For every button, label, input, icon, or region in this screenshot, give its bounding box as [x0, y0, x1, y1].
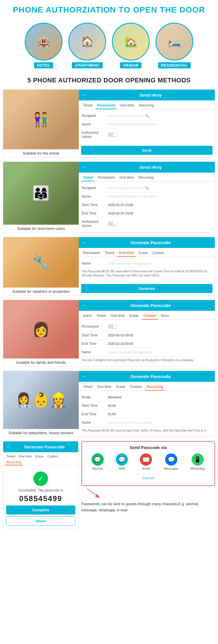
send-via-title: Send Passcode via — [85, 445, 211, 450]
value-name-1[interactable]: Please Enter a Name for this eKey — [108, 123, 212, 126]
method-image-2: 👨‍👩‍👧 — [3, 162, 79, 225]
cancel-button[interactable]: Cancel — [85, 474, 211, 482]
back-arrow-icon-5[interactable]: ← — [82, 373, 87, 379]
method-caption-1: Suitable for the owner — [3, 149, 79, 157]
app-title-4: Generate Passcode — [89, 303, 212, 308]
tab-recurring-1[interactable]: Recurring — [137, 102, 156, 109]
app-body-1: Recipient Enter Recipient's Account 🔍 Na… — [79, 109, 215, 143]
send-via-panel: Send Passcode via 💬 Wechat 💬 SMS ✉️ Emai… — [81, 441, 215, 486]
back-arrow-icon-1[interactable]: ← — [82, 92, 87, 98]
tab-erase-5[interactable]: Erase — [114, 384, 127, 391]
method-caption-4: Suitable for family and friends — [3, 359, 79, 366]
app-header-3: ← Generate Passcode — [79, 237, 215, 248]
bottom-description: Passwords can be sent to guests through … — [81, 501, 215, 513]
tab-erase-4[interactable]: Erase — [128, 313, 140, 320]
bottom-left: ← Generate Passcode Timed One-time Erase… — [3, 441, 78, 529]
tab-erase-bottom[interactable]: Erase — [34, 454, 45, 459]
tab-timed-4[interactable]: Timed — [94, 313, 108, 320]
categories-section: 🏨 HOTEL 🏠 APARTMENT 🏡 ARIBNB 🛏️ RESIDENT… — [0, 17, 218, 71]
label-recipient-2: Recipient — [82, 186, 108, 190]
send-button-1[interactable]: Send — [81, 146, 212, 155]
value-name-2[interactable]: Please Enter a Name for this eKey — [108, 195, 212, 198]
tab-recu-4[interactable]: Recu — [159, 313, 171, 320]
back-arrow-icon-4[interactable]: ← — [82, 302, 87, 308]
tab-timed-1[interactable]: Timed — [81, 102, 94, 109]
passcode-ui: ← Generate Passcode Timed One-time Erase… — [3, 441, 78, 529]
wechat-label: Wechat — [92, 467, 103, 470]
label-starttime-2: Start Time — [82, 203, 108, 207]
description-5: This Passcode MUST BE used at least Once… — [82, 427, 212, 434]
email-icon: ✉️ — [140, 453, 152, 466]
app-title-3: Generate Passcode — [89, 240, 212, 245]
tab-onetime-2[interactable]: One-time — [118, 174, 135, 181]
send-via-sms[interactable]: 💬 SMS — [116, 453, 128, 470]
tab-onetime-3[interactable]: One-time — [117, 250, 136, 257]
tab-permanent-2[interactable]: Permanent — [96, 174, 117, 181]
tab-onetime-4[interactable]: One-time — [109, 313, 126, 320]
airbnb-label: ARIBNB — [120, 62, 142, 68]
label-endtime-4: End Time — [82, 342, 108, 346]
send-via-whatsapp[interactable]: 📱 WhatsApp — [190, 453, 205, 470]
label-admin-2: Authorized Admin — [82, 220, 108, 228]
toggle-admin-2[interactable] — [108, 221, 117, 226]
wechat-icon: 💬 — [92, 453, 104, 466]
send-via-email[interactable]: ✉️ Email — [140, 453, 152, 470]
passcode-tabs: Timed One-time Erase Custom Recurring — [3, 452, 78, 466]
tab-timed-3[interactable]: Timed — [103, 250, 116, 257]
complete-button[interactable]: Complete — [6, 505, 75, 515]
value-name-5[interactable]: Enter a name for this passcode — [108, 421, 212, 424]
page-title: PHONE AUTHORZIATION TO OPEN THE DOOR — [3, 5, 215, 15]
page-header: PHONE AUTHORZIATION TO OPEN THE DOOR — [0, 0, 218, 17]
value-starttime-2: 2020-02-02 23:06 — [108, 203, 212, 207]
back-arrow-icon-2[interactable]: ← — [82, 164, 87, 170]
toggle-admin-1[interactable] — [108, 132, 117, 137]
category-hotel: 🏨 HOTEL — [25, 23, 62, 68]
value-recipient-2[interactable]: Enter Recipient's Account 🔍 — [108, 186, 212, 190]
tab-onetime-5[interactable]: One-time — [95, 384, 113, 391]
row-recipient-2: Recipient Enter Recipient's Account 🔍 — [82, 184, 212, 192]
method-photo-4: 👩 Suitable for family and friends — [3, 300, 79, 366]
method-photo-3: 🔧 Suitable for repairers or properties — [3, 237, 79, 295]
label-name-4: Name — [82, 350, 108, 354]
tab-recurring-bottom[interactable]: Recurring — [5, 460, 23, 465]
app-body-4: Permanent Start Time 2020-02-03 00:00 En… — [79, 320, 215, 366]
tab-erase-3[interactable]: Erase — [137, 250, 149, 257]
share-button[interactable]: Share — [6, 516, 75, 526]
tab-anent-4[interactable]: anent — [81, 313, 93, 320]
tab-timed-bottom[interactable]: Timed — [5, 454, 17, 459]
value-recipient-1[interactable]: Enter Recipient's Account 🔍 — [108, 114, 212, 118]
tab-permanent-1[interactable]: Permanent — [95, 102, 117, 109]
value-name-4[interactable]: Enter a name for this passcode — [108, 350, 212, 354]
label-name-1: Name — [82, 122, 108, 126]
tab-permanent-3[interactable]: Permanent — [81, 250, 102, 257]
method-ui-2: ← Send eKey Timed Permanent One-time Rec… — [79, 162, 215, 233]
value-name-3[interactable]: Enter a name for this passcode — [108, 262, 212, 265]
toggle-permanent-4[interactable] — [108, 324, 117, 329]
passcode-number: 058545499 — [6, 494, 75, 503]
tab-recurring-5[interactable]: Recurring — [145, 384, 165, 391]
tab-custom-bottom[interactable]: Custom — [46, 454, 60, 459]
generate-button-3[interactable]: Generate — [81, 284, 212, 293]
send-via-messenger[interactable]: 💬 Messager — [164, 453, 178, 470]
row-name-5: Name Enter a name for this passcode — [82, 418, 212, 427]
check-icon: ✓ — [38, 475, 44, 483]
tab-custom-3[interactable]: Custom — [151, 250, 166, 257]
row-endtime-2: End Time 2020-02-02 23:06 — [82, 209, 212, 218]
app-title-1: Send eKey — [89, 93, 212, 97]
app-body-5: Mode Weekend Start Time 00:00 End Time 0… — [79, 391, 215, 437]
send-via-wechat[interactable]: 💬 Wechat — [92, 453, 104, 470]
label-name-5: Name — [82, 421, 108, 425]
back-arrow-icon-3[interactable]: ← — [82, 239, 87, 246]
tab-custom-5[interactable]: Custom — [128, 384, 144, 391]
tab-recurring-2[interactable]: Recurring — [137, 174, 155, 181]
tab-timed-5[interactable]: Timed — [81, 384, 94, 391]
tab-custom-4[interactable]: Custom — [142, 313, 158, 320]
method-photo-1: 👫 Suitable for the owner — [3, 90, 79, 157]
back-arrow-icon-bottom[interactable]: ← — [6, 444, 11, 450]
tab-onetime-1[interactable]: One-time — [118, 102, 136, 109]
tab-timed-2[interactable]: Timed — [81, 174, 95, 181]
row-name-2: Name Please Enter a Name for this eKey — [82, 192, 212, 201]
app-header-4: ← Generate Passcode — [79, 300, 215, 311]
category-apartment: 🏠 APARTMENT — [68, 23, 106, 68]
tab-onetime-bottom[interactable]: One-time — [17, 454, 33, 459]
